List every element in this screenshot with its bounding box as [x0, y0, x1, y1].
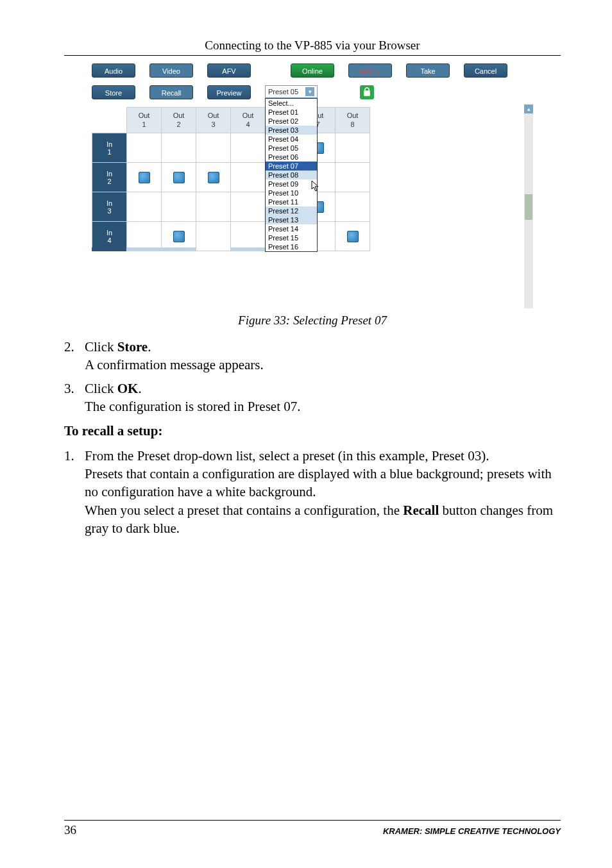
step-number: 1. — [64, 447, 85, 538]
preset-dropdown[interactable]: Preset 05 ▾ — [265, 85, 318, 98]
preset-option[interactable]: Preset 01 — [266, 108, 317, 117]
preset-option[interactable]: Preset 14 — [266, 224, 317, 233]
footer-brand: KRAMER: SIMPLE CREATIVE TECHNOLOGY — [383, 826, 561, 836]
step-line: The configuration is stored in Preset 07… — [85, 397, 561, 415]
scrollbar-thumb[interactable] — [525, 194, 532, 220]
svg-rect-0 — [364, 91, 370, 96]
tab-cancel[interactable]: Cancel — [464, 63, 507, 78]
step-line: Click OK. — [85, 380, 561, 397]
in-header: In1 — [92, 133, 127, 163]
preset-option[interactable]: Preset 09 — [266, 179, 317, 188]
step-number: 2. — [64, 338, 85, 374]
step-line: Click Store. — [85, 338, 561, 356]
out-header: Out8 — [336, 108, 370, 133]
lock-icon — [363, 87, 371, 98]
in-header: In3 — [92, 192, 127, 222]
preset-option[interactable]: Preset 12 — [266, 206, 317, 215]
step-line: When you select a preset that contains a… — [85, 501, 561, 538]
tab-online[interactable]: Online — [291, 63, 334, 78]
preset-option[interactable]: Preset 04 — [266, 135, 317, 144]
out-header: Out4 — [231, 108, 266, 133]
chevron-down-icon[interactable]: ▾ — [305, 87, 314, 96]
step-line: Presets that contain a configuration are… — [85, 465, 561, 501]
preset-option[interactable]: Preset 06 — [266, 153, 317, 162]
crosspoint-dot — [347, 231, 359, 242]
step-number: 3. — [64, 380, 85, 416]
crosspoint-dot — [173, 172, 185, 183]
preset-option[interactable]: Select... — [266, 99, 317, 108]
out-header: Out3 — [196, 108, 231, 133]
matrix-cell[interactable] — [231, 192, 266, 222]
step-item: 3.Click OK.The configuration is stored i… — [64, 380, 561, 416]
figure-caption: Figure 33: Selecting Preset 07 — [64, 313, 561, 328]
tab-video[interactable]: Video — [149, 63, 193, 78]
matrix-cell[interactable] — [162, 163, 196, 192]
preset-option[interactable]: Preset 03 — [266, 126, 317, 135]
preset-option[interactable]: Preset 08 — [266, 171, 317, 179]
scroll-up-icon[interactable]: ▴ — [524, 104, 533, 113]
in-header: In2 — [92, 163, 127, 192]
preset-option[interactable]: Preset 10 — [266, 188, 317, 197]
tab-offline[interactable]: Offline — [348, 63, 392, 78]
matrix-cell[interactable] — [196, 192, 231, 222]
matrix-cell[interactable] — [336, 192, 370, 222]
lock-button[interactable] — [360, 85, 374, 99]
matrix-cell[interactable] — [127, 192, 162, 222]
preset-option[interactable]: Preset 13 — [266, 215, 317, 224]
out-header: Out2 — [162, 108, 196, 133]
crosspoint-dot — [208, 172, 219, 183]
matrix-cell[interactable] — [196, 222, 231, 251]
recall-subhead: To recall a setup: — [64, 422, 561, 440]
matrix-cell[interactable] — [336, 163, 370, 192]
preset-option[interactable]: Preset 02 — [266, 117, 317, 126]
matrix-cell[interactable] — [231, 133, 266, 163]
tab-store[interactable]: Store — [92, 85, 135, 99]
tab-audio[interactable]: Audio — [92, 63, 135, 78]
preset-selected-value: Preset 05 — [268, 88, 298, 96]
tab-recall[interactable]: Recall — [149, 85, 193, 99]
matrix-cell[interactable] — [127, 163, 162, 192]
step-item: 1. From the Preset drop-down list, selec… — [64, 447, 561, 538]
page-header: Connecting to the VP-885 via your Browse… — [64, 38, 561, 56]
bottom-accent-bar — [92, 247, 374, 251]
step-item: 2.Click Store.A confirmation message app… — [64, 338, 561, 374]
tab-preview[interactable]: Preview — [207, 85, 251, 99]
tab-take[interactable]: Take — [406, 63, 450, 78]
matrix-cell[interactable] — [162, 222, 196, 251]
preset-option[interactable]: Preset 11 — [266, 197, 317, 206]
matrix-cell[interactable] — [196, 133, 231, 163]
crosspoint-dot — [173, 231, 185, 242]
page-footer: 36 KRAMER: SIMPLE CREATIVE TECHNOLOGY — [64, 820, 561, 837]
matrix-cell[interactable] — [127, 222, 162, 251]
matrix-cell[interactable] — [127, 133, 162, 163]
preset-option[interactable]: Preset 15 — [266, 233, 317, 242]
vertical-scrollbar[interactable]: ▴ — [524, 104, 533, 308]
tab-afv[interactable]: AFV — [207, 63, 251, 78]
matrix-cell[interactable] — [231, 222, 266, 251]
preset-option[interactable]: Preset 16 — [266, 242, 317, 251]
matrix-cell[interactable] — [336, 133, 370, 163]
matrix-cell[interactable] — [162, 192, 196, 222]
app-screenshot: AudioVideoAFVOnlineOfflineTakeCancel Sto… — [92, 63, 533, 308]
switcher-matrix: Out1Out2Out3Out4Out6Out7Out8In1In2In3In4 — [92, 107, 370, 251]
crosspoint-dot — [139, 172, 150, 183]
matrix-cell[interactable] — [231, 163, 266, 192]
in-header: In4 — [92, 222, 127, 251]
out-header: Out1 — [127, 108, 162, 133]
step-line: A confirmation message appears. — [85, 356, 561, 374]
body-text: 2.Click Store.A confirmation message app… — [64, 338, 561, 537]
step-line: From the Preset drop-down list, select a… — [85, 447, 561, 465]
matrix-cell[interactable] — [196, 163, 231, 192]
preset-option[interactable]: Preset 05 — [266, 144, 317, 153]
matrix-cell[interactable] — [336, 222, 370, 251]
page-number: 36 — [64, 823, 76, 837]
preset-option[interactable]: Preset 07 — [266, 162, 317, 171]
preset-dropdown-list[interactable]: Select...Preset 01Preset 02Preset 03Pres… — [265, 98, 318, 252]
matrix-cell[interactable] — [162, 133, 196, 163]
